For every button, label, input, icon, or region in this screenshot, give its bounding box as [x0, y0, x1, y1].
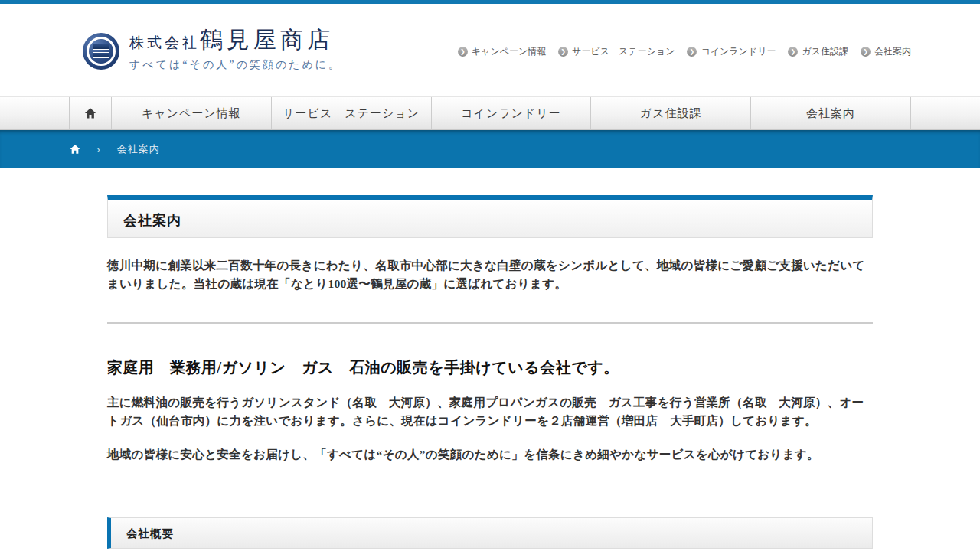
utility-link-label: ガス住設課: [802, 45, 848, 58]
utility-link-label: 会社案内: [874, 45, 911, 58]
logo-text: 株式会社鶴見屋商店 すべては“その人”の笑顔のために。: [129, 28, 341, 72]
logo-company-name: 鶴見屋商店: [200, 27, 334, 52]
page-title: 会社案内: [108, 200, 872, 230]
site-header: 株式会社鶴見屋商店 すべては“その人”の笑顔のために。 ❯ キャンペーン情報 ❯…: [0, 4, 980, 96]
chevron-circle-icon: ❯: [558, 47, 568, 57]
section-divider: [107, 322, 873, 324]
chevron-circle-icon: ❯: [861, 47, 871, 57]
nav-item-campaign-info[interactable]: キャンペーン情報: [112, 97, 271, 129]
utility-link-gas-division[interactable]: ❯ ガス住設課: [788, 45, 848, 58]
utility-link-coin-laundry[interactable]: ❯ コインランドリー: [687, 45, 776, 58]
site-logo[interactable]: 株式会社鶴見屋商店 すべては“その人”の笑顔のために。: [69, 28, 341, 72]
nav-item-coin-laundry[interactable]: コインランドリー: [432, 97, 591, 129]
lead-heading: 家庭用 業務用/ガソリン ガス 石油の販売を手掛けている会社です。: [107, 357, 873, 378]
breadcrumb-home-link[interactable]: [69, 143, 81, 155]
logo-tagline: すべては“その人”の笑顔のために。: [129, 58, 341, 72]
intro-paragraph: 徳川中期に創業以来二百数十年の長きにわたり、名取市中心部に大きな白壁の蔵をシンボ…: [107, 256, 873, 293]
breadcrumb-bar: › 会社案内: [0, 130, 980, 168]
chevron-circle-icon: ❯: [458, 47, 468, 57]
utility-link-service-station[interactable]: ❯ サービス ステーション: [558, 45, 675, 58]
logo-bar: [93, 44, 109, 50]
nav-item-home[interactable]: [70, 97, 111, 129]
nav-item-service-station[interactable]: サービス ステーション: [272, 97, 431, 129]
home-icon: [69, 143, 81, 155]
utility-link-label: サービス ステーション: [572, 45, 675, 58]
body-paragraph: 主に燃料油の販売を行うガソリンスタンド（名取 大河原）、家庭用プロパンガスの販売…: [107, 393, 873, 430]
breadcrumb-current: 会社案内: [117, 142, 160, 156]
nav-item-company-info[interactable]: 会社案内: [751, 97, 910, 129]
utility-link-campaign-info[interactable]: ❯ キャンペーン情報: [458, 45, 546, 58]
main-content: 会社案内 徳川中期に創業以来二百数十年の長きにわたり、名取市中心部に大きな白壁の…: [107, 168, 873, 549]
company-overview-box: 会社概要: [107, 517, 873, 549]
main-nav: キャンペーン情報 サービス ステーション コインランドリー ガス住設課 会社案内: [0, 96, 980, 130]
utility-nav: ❯ キャンペーン情報 ❯ サービス ステーション ❯ コインランドリー ❯ ガス…: [458, 45, 911, 58]
logo-bar: [93, 52, 109, 58]
body-paragraph: 地域の皆様に安心と安全をお届けし、「すべては“その人”の笑顔のために」を信条にき…: [107, 445, 873, 464]
logo-mark-icon: [83, 33, 119, 70]
page-title-box: 会社案内: [107, 195, 873, 238]
breadcrumb-chevron-icon: ›: [96, 143, 100, 155]
breadcrumb: › 会社案内: [69, 130, 911, 168]
chevron-circle-icon: ❯: [788, 47, 798, 57]
logo-company-prefix: 株式会社: [129, 34, 200, 51]
nav-item-gas-division[interactable]: ガス住設課: [591, 97, 750, 129]
chevron-circle-icon: ❯: [687, 47, 697, 57]
utility-link-label: キャンペーン情報: [472, 45, 546, 58]
company-overview-title: 会社概要: [111, 518, 872, 549]
utility-link-label: コインランドリー: [701, 45, 776, 58]
home-icon: [83, 106, 97, 120]
utility-link-company-info[interactable]: ❯ 会社案内: [861, 45, 911, 58]
